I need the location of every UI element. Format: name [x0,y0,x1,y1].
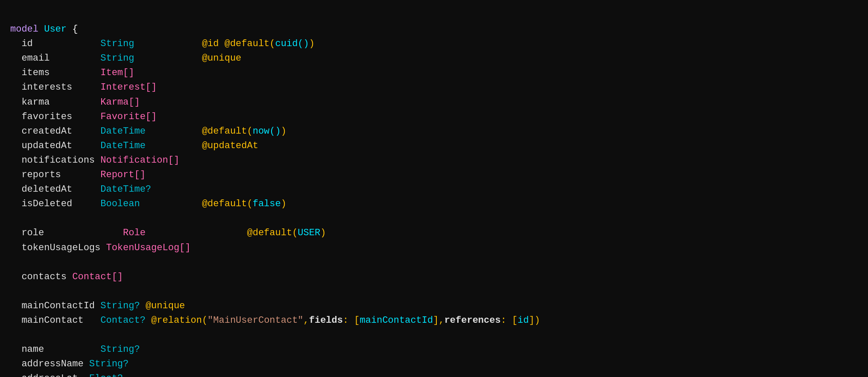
field-is-deleted: isDeleted [21,199,100,209]
decorator-updated-at: @updatedAt [202,140,258,151]
func-now: now() [253,126,281,137]
fields-value: mainContactId [360,315,433,326]
type-datetime-optional: DateTime? [100,184,151,195]
type-string-optional-2: String? [100,344,140,355]
decorator-close: ) [309,38,315,49]
code-editor: model User { id String @id @default(cuid… [10,8,858,377]
type-string-optional: String? [100,301,140,311]
field-token-usage-logs: tokenUsageLogs [21,243,106,253]
type-datetime-2: DateTime [100,140,202,151]
type-interest-arr: Interest[] [100,82,157,93]
decorator-unique-2: @unique [146,301,185,311]
type-token-usage-log-arr: TokenUsageLog[] [106,243,190,253]
type-notification-arr: Notification[] [100,155,179,166]
type-string: String [100,38,202,49]
field-favorites: favorites [21,111,100,122]
decorator-colon-2: : [ [501,315,518,326]
fields-keyword: fields [309,315,343,326]
field-main-contact-id: mainContactId [21,301,100,311]
field-role: role [21,228,100,238]
type-karma-arr: Karma[] [100,97,140,108]
decorator-close-5: ]) [529,315,540,326]
func-cuid: cuid() [275,38,309,49]
field-updated-at: updatedAt [21,140,100,151]
field-email: email [21,53,100,64]
type-favorite-arr: Favorite[] [100,111,157,122]
type-string-2: String [100,53,202,64]
open-brace: { [72,24,78,35]
field-address-lat: addressLat [21,373,89,377]
references-value: id [517,315,529,326]
field-karma: karma [21,97,100,108]
decorator-close-2: ) [281,126,286,137]
field-reports: reports [21,170,100,180]
field-main-contact: mainContact [21,315,100,326]
field-created-at: createdAt [21,126,100,137]
field-name: name [21,344,100,355]
decorator-default-now: @default( [202,126,253,137]
decorator-unique: @unique [202,53,241,64]
type-float-optional: Float? [89,373,123,377]
decorator-default-false: @default( [202,199,253,209]
type-contact-optional: Contact? [100,315,146,326]
type-role: Role [100,228,224,238]
decorator-fields: , [304,315,309,326]
decorator-colon: : [ [343,315,360,326]
references-keyword: references [444,315,501,326]
decorator-relation: @relation( [151,315,208,326]
field-notifications: notifications [21,155,100,166]
decorator-close-4: ) [320,228,326,238]
decorator-default-cuid: @default( [225,38,275,49]
type-boolean: Boolean [100,199,202,209]
field-deleted-at: deletedAt [21,184,100,195]
type-datetime: DateTime [100,126,202,137]
relation-name: "MainUserContact" [208,315,303,326]
model-name: User [44,24,67,35]
field-items: items [21,67,100,78]
type-report-arr: Report[] [100,170,146,180]
field-interests: interests [21,82,100,93]
type-string-optional-3: String? [89,359,129,369]
field-contacts: contacts [21,272,72,282]
decorator-default-user: @default( [225,228,298,238]
model-keyword: model [10,24,38,35]
decorator-close-3: ) [281,199,286,209]
type-contact-arr: Contact[] [72,272,123,282]
field-id: id [21,38,100,49]
decorator-bracket: ], [433,315,444,326]
type-item-arr: Item[] [100,67,134,78]
decorator-id: @id [202,38,225,49]
field-address-name: addressName [21,359,89,369]
func-user: USER [298,228,320,238]
func-false: false [253,199,281,209]
